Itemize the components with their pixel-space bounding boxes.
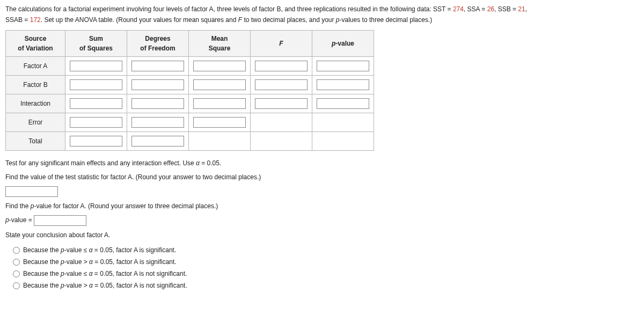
col-ss: Sumof Squares xyxy=(65,31,127,57)
factor-a-test-stat-input[interactable] xyxy=(5,186,58,197)
row-total: Total xyxy=(6,132,374,151)
factor-b-ss-input[interactable] xyxy=(70,79,122,90)
test-intro: Test for any significant main effects an… xyxy=(5,158,639,168)
factor-a-pvalue-input[interactable] xyxy=(34,215,86,226)
interaction-df-input[interactable] xyxy=(131,98,184,109)
factor-b-ms-input[interactable] xyxy=(193,79,246,90)
error-ss-input[interactable] xyxy=(70,117,122,128)
total-df-input[interactable] xyxy=(131,136,184,146)
factor-a-f-input[interactable] xyxy=(255,61,308,71)
ssab-value: 172 xyxy=(30,16,41,24)
error-ms-input[interactable] xyxy=(193,117,246,128)
factor-b-df-input[interactable] xyxy=(131,79,184,90)
factor-b-p-input[interactable] xyxy=(317,79,369,90)
option-4-label: Because the p-value > α = 0.05, factor A… xyxy=(23,281,187,290)
conclusion-intro: State your conclusion about factor A. xyxy=(5,230,639,240)
option-2-label: Because the p-value > α = 0.05, factor A… xyxy=(23,257,177,267)
option-3[interactable]: Because the p-value ≤ α = 0.05, factor A… xyxy=(5,268,639,280)
ssb-value: 21 xyxy=(518,5,525,13)
sst-value: 274 xyxy=(453,5,464,13)
col-df: Degreesof Freedom xyxy=(127,31,189,57)
option-1-label: Because the p-value ≤ α = 0.05, factor A… xyxy=(23,245,176,255)
row-factor-b: Factor B xyxy=(6,76,374,94)
col-source: Sourceof Variation xyxy=(6,31,65,57)
prompt-text: . Set up the ANOVA table. (Round your va… xyxy=(41,16,238,24)
interaction-p-input[interactable] xyxy=(317,98,369,109)
p-label: p xyxy=(5,216,9,224)
prompt-text: , SSB = xyxy=(494,5,518,13)
row-interaction: Interaction xyxy=(6,94,374,113)
factor-b-f-input[interactable] xyxy=(255,79,308,90)
factor-a-ss-input[interactable] xyxy=(70,61,122,71)
option-4-radio[interactable] xyxy=(13,282,20,289)
prompt-text: to two decimal places, and your xyxy=(242,16,336,24)
option-3-radio[interactable] xyxy=(13,270,20,277)
factor-a-p-input[interactable] xyxy=(317,61,369,71)
prompt-text: SSAB = xyxy=(5,16,30,24)
p-symbol: p xyxy=(336,16,340,24)
total-ss-input[interactable] xyxy=(70,136,122,146)
row-error: Error xyxy=(6,113,374,132)
f-symbol: F xyxy=(238,16,242,24)
ssa-value: 26 xyxy=(487,5,494,13)
col-pvalue: p-value xyxy=(312,31,374,57)
col-f: F xyxy=(251,31,312,57)
factor-a-stat-question: Find the value of the test statistic for… xyxy=(5,172,639,182)
factor-a-ms-input[interactable] xyxy=(193,61,246,71)
error-df-input[interactable] xyxy=(131,117,184,128)
prompt-text: , SSA = xyxy=(464,5,487,13)
prompt-text: , xyxy=(525,5,527,13)
interaction-ms-input[interactable] xyxy=(193,98,246,109)
interaction-ss-input[interactable] xyxy=(70,98,122,109)
rowlabel-error: Error xyxy=(6,113,65,132)
rowlabel-interaction: Interaction xyxy=(6,94,65,113)
option-1[interactable]: Because the p-value ≤ α = 0.05, factor A… xyxy=(5,244,639,256)
p-label-eq: -value = xyxy=(9,216,34,224)
factor-a-df-input[interactable] xyxy=(131,61,184,71)
row-factor-a: Factor A xyxy=(6,57,374,76)
question-prompt: The calculations for a factorial experim… xyxy=(5,4,639,25)
option-4[interactable]: Because the p-value > α = 0.05, factor A… xyxy=(5,280,639,291)
rowlabel-factor-a: Factor A xyxy=(6,57,65,76)
interaction-f-input[interactable] xyxy=(255,98,308,109)
rowlabel-total: Total xyxy=(6,132,65,151)
conclusion-options: Because the p-value ≤ α = 0.05, factor A… xyxy=(5,244,639,291)
factor-a-pvalue-question: Find the p-value for factor A. (Round yo… xyxy=(5,201,639,211)
option-2-radio[interactable] xyxy=(13,259,20,266)
prompt-text: The calculations for a factorial experim… xyxy=(5,5,453,13)
prompt-text: -values to three decimal places.) xyxy=(340,16,433,24)
option-2[interactable]: Because the p-value > α = 0.05, factor A… xyxy=(5,256,639,268)
anova-table: Sourceof Variation Sumof Squares Degrees… xyxy=(5,30,374,151)
option-1-radio[interactable] xyxy=(13,247,20,254)
rowlabel-factor-b: Factor B xyxy=(6,76,65,94)
col-ms: MeanSquare xyxy=(189,31,251,57)
option-3-label: Because the p-value ≤ α = 0.05, factor A… xyxy=(23,269,187,279)
